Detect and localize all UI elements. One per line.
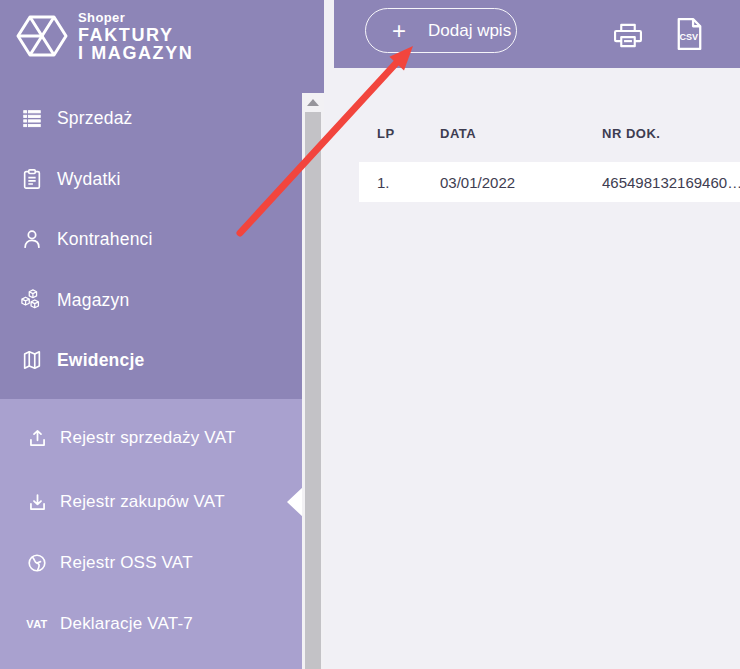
books-icon [20,348,44,372]
scrollbar-thumb[interactable] [305,112,321,669]
column-header-lp: LP [377,126,440,141]
sidebar-item-label: Wydatki [57,169,120,190]
toolbar: + Dodaj wpis [334,0,740,68]
plus-icon: + [392,19,406,43]
clipboard-icon [20,167,44,191]
shoper-hexagon-logo-icon [14,8,70,64]
sidebar-item-sprzedaz[interactable]: Sprzedaż [0,98,300,138]
logo-line1-text: FAKTURY [78,26,193,44]
list-icon [20,106,44,130]
sidebar-submenu: Rejestr sprzedaży VAT Rejestr zakupów VA… [0,399,324,669]
add-entry-label: Dodaj wpis [428,21,511,41]
sidebar-item-rejestr-sprzedazy-vat[interactable]: Rejestr sprzedaży VAT [0,418,290,458]
sidebar-item-wydatki[interactable]: Wydatki [0,159,300,199]
sidebar-item-label: Rejestr zakupów VAT [60,492,225,512]
csv-file-icon: CSV [674,16,705,52]
sidebar-item-label: Rejestr sprzedaży VAT [60,428,236,448]
sidebar-item-rejestr-oss-vat[interactable]: Rejestr OSS VAT [0,543,290,583]
scrollbar-up-button[interactable] [302,93,324,111]
cell-lp: 1. [377,174,440,191]
up-arrow-icon [307,99,319,106]
vat-icon: VAT [25,612,49,636]
globe-icon [25,551,49,575]
sidebar: Shoper FAKTURY I MAGAZYN Sprzedaż [0,0,324,669]
register-content: LP DATA NR DOK. 1. 03/01/2022 4654981321… [334,68,740,669]
app-logo[interactable]: Shoper FAKTURY I MAGAZYN [14,8,193,64]
sidebar-item-label: Ewidencje [57,350,144,371]
cubes-icon [20,288,44,312]
sidebar-item-rejestr-zakupow-vat[interactable]: Rejestr zakupów VAT [0,482,290,522]
sidebar-item-label: Magazyn [57,290,129,311]
add-entry-button[interactable]: + Dodaj wpis [365,8,517,53]
table-header: LP DATA NR DOK. [377,113,740,153]
upload-icon [25,426,49,450]
cell-nr-dok: 465498132169460… [602,174,740,191]
main-area: + Dodaj wpis [334,0,740,669]
printer-icon [611,22,645,49]
sidebar-item-label: Deklaracje VAT-7 [60,614,193,634]
download-icon [25,490,49,514]
column-header-nr-dok: NR DOK. [602,126,740,141]
logo-line2-text: I MAGAZYN [78,44,193,62]
sidebar-item-deklaracje-vat7[interactable]: VAT Deklaracje VAT-7 [0,604,290,644]
sidebar-item-label: Rejestr OSS VAT [60,553,193,573]
print-button[interactable] [611,22,645,49]
sidebar-item-label: Kontrahenci [57,229,153,250]
table-row[interactable]: 1. 03/01/2022 465498132169460… [359,162,740,202]
app-root: Shoper FAKTURY I MAGAZYN Sprzedaż [0,0,740,669]
column-header-data: DATA [440,126,602,141]
sidebar-item-kontrahenci[interactable]: Kontrahenci [0,219,300,259]
export-csv-button[interactable]: CSV [674,16,705,52]
sidebar-item-label: Sprzedaż [57,108,133,129]
sidebar-scrollbar[interactable] [302,93,324,669]
logo-brand-text: Shoper [78,10,193,25]
cell-data: 03/01/2022 [440,174,602,191]
svg-text:CSV: CSV [679,32,698,42]
sidebar-item-ewidencje[interactable]: Ewidencje [0,340,300,380]
person-icon [20,227,44,251]
sidebar-item-magazyn[interactable]: Magazyn [0,280,300,320]
